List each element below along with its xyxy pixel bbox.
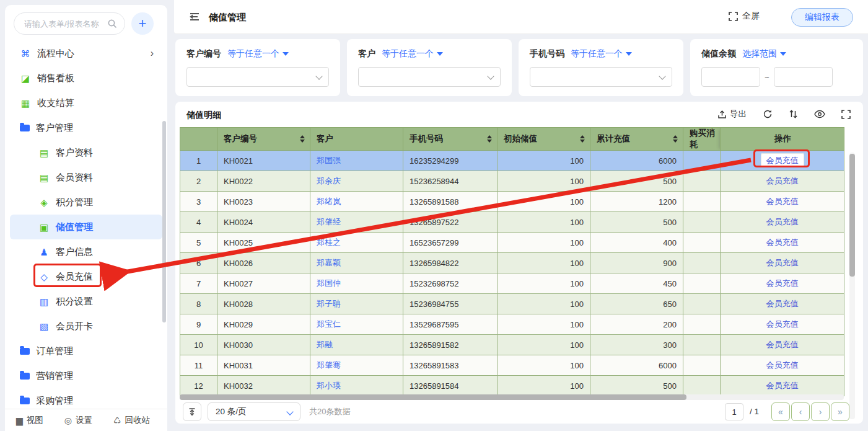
customer-name-link[interactable]: 郑桂之: [317, 238, 341, 247]
column-header-1[interactable]: 客户编号: [217, 128, 310, 151]
customer-name-link[interactable]: 郑国强: [317, 156, 341, 165]
table-row-6[interactable]: 6KH0026郑嘉颖13265984822100900会员充值: [180, 253, 844, 273]
member-recharge-action[interactable]: 会员充值: [766, 217, 799, 226]
sidebar-item-settlement[interactable]: ▦收支结算: [5, 91, 167, 115]
stored-balance-filter-min-input[interactable]: [701, 67, 760, 87]
sidebar-item-member-recharge[interactable]: ◇会员充值: [5, 264, 167, 289]
customer-name-link[interactable]: 郑宝仁: [317, 319, 341, 329]
last-page-button[interactable]: »: [831, 402, 849, 421]
table-vertical-scrollbar[interactable]: [849, 153, 855, 419]
table-horizontal-scrollbar[interactable]: [180, 394, 844, 400]
member-recharge-action[interactable]: 会员充值: [766, 238, 799, 247]
member-recharge-action[interactable]: 会员充值: [766, 340, 799, 349]
sidebar-item-member-file[interactable]: ▤会员资料: [5, 165, 167, 190]
stored-balance-filter-max-input[interactable]: [774, 67, 833, 87]
column-header-5[interactable]: 累计充值: [590, 128, 683, 151]
sidebar-item-points-mgmt[interactable]: ◈积分管理: [5, 190, 167, 215]
member-recharge-action[interactable]: 会员充值: [766, 258, 799, 267]
sort-icon[interactable]: [789, 109, 798, 119]
refresh-icon[interactable]: [763, 109, 773, 119]
sidebar-item-member-card-open[interactable]: ▧会员开卡: [5, 314, 167, 339]
customer-name-link[interactable]: 郑子聃: [317, 299, 341, 308]
export-button[interactable]: 导出: [717, 109, 747, 120]
sidebar-item-order-mgmt[interactable]: 订单管理: [5, 339, 167, 363]
export-label: 导出: [730, 109, 747, 120]
sort-toggle-icon[interactable]: [300, 135, 305, 143]
customer-name-link[interactable]: 郑肇经: [317, 217, 341, 226]
page-size-select[interactable]: 20 条/页: [208, 402, 300, 421]
customer-name-link[interactable]: 郑嘉颖: [317, 258, 341, 267]
table-row-2[interactable]: 2KH0022郑余庆15236258944100500会员充值: [180, 171, 844, 192]
footer-item-settings[interactable]: ◎设置: [64, 415, 92, 426]
table-row-10[interactable]: 10KH0030郑融13265891582100300会员充值: [180, 335, 844, 355]
prev-page-button[interactable]: ‹: [791, 402, 810, 421]
column-header-3[interactable]: 手机号码: [403, 128, 498, 151]
customer-name-link[interactable]: 郑肇骞: [317, 360, 341, 370]
sidebar-item-customer-mgmt[interactable]: 客户管理: [5, 115, 167, 140]
sidebar-item-points-settings[interactable]: ▥积分设置: [5, 289, 167, 314]
table-row-8[interactable]: 8KH0028郑子聃15236984755100650会员充值: [180, 294, 844, 314]
chevron-down-icon: [286, 408, 293, 415]
table-row-7[interactable]: 7KH0027郑国仲15232698752100450会员充值: [180, 273, 844, 294]
first-page-button[interactable]: «: [771, 402, 790, 421]
footer-item-views[interactable]: ▆视图: [16, 415, 43, 426]
sort-toggle-icon[interactable]: [487, 135, 492, 143]
phone-cell: 13265891582: [403, 335, 498, 355]
add-form-button[interactable]: +: [131, 12, 154, 35]
filter-operator-label: 选择范围: [742, 48, 777, 60]
customer-filter-select[interactable]: [358, 67, 501, 87]
table-row-9[interactable]: 9KH0029郑宝仁13529687595100200会员充值: [180, 314, 844, 335]
column-header-4[interactable]: 初始储值: [498, 128, 590, 151]
next-page-button[interactable]: ›: [811, 402, 830, 421]
member-recharge-action-row-1[interactable]: 会员充值: [761, 153, 804, 167]
filter-operator-dropdown[interactable]: 等于任意一个: [571, 48, 632, 60]
table-row-12[interactable]: 12KH0032郑小瑛13265891584100500会员充值: [180, 376, 844, 396]
table-row-1[interactable]: 1KH0021郑国强162352942991006000会员充值: [180, 151, 844, 171]
sidebar-scrollbar[interactable]: [162, 121, 166, 322]
sort-toggle-icon[interactable]: [673, 135, 678, 143]
export-icon: [717, 110, 727, 119]
member-recharge-action[interactable]: 会员充值: [766, 176, 799, 185]
customer-name-link[interactable]: 郑小瑛: [317, 381, 341, 390]
sidebar-item-marketing-mgmt[interactable]: 营销管理: [5, 363, 167, 388]
table-row-5[interactable]: 5KH0025郑桂之16523657299100400会员充值: [180, 233, 844, 253]
sidebar-item-flow-center[interactable]: ⌘流程中心›: [5, 41, 167, 66]
member-recharge-action[interactable]: 会员充值: [766, 319, 799, 329]
member-recharge-action[interactable]: 会员充值: [766, 381, 799, 390]
customer-code-filter-select[interactable]: [186, 67, 329, 87]
sidebar-footer: ▆视图◎设置♺回收站: [5, 409, 167, 431]
customer-name-link[interactable]: 郑国仲: [317, 278, 341, 288]
fullscreen-button[interactable]: 全屏: [729, 11, 760, 22]
table-row-11[interactable]: 11KH0031郑肇骞132658915831006000会员充值: [180, 355, 844, 376]
current-page-input[interactable]: [725, 403, 743, 420]
filter-operator-dropdown[interactable]: 等于任意一个: [382, 48, 443, 60]
footer-item-recycle-bin[interactable]: ♺回收站: [113, 415, 150, 426]
purchase-consume-cell: [683, 376, 721, 396]
row-index-cell: 12: [180, 376, 217, 396]
customer-name-link[interactable]: 郑余庆: [317, 176, 341, 185]
edit-report-button[interactable]: 编辑报表: [791, 8, 853, 27]
purchase-consume-cell: [683, 273, 721, 294]
customer-name-link[interactable]: 郑绪岚: [317, 197, 341, 206]
back-to-top-button[interactable]: [183, 402, 201, 421]
phone-filter-select[interactable]: [530, 67, 672, 87]
visibility-icon[interactable]: [814, 110, 825, 118]
sidebar-item-customer-info[interactable]: ♟客户信息: [5, 239, 167, 264]
table-row-4[interactable]: 4KH0024郑肇经13265897522100500会员充值: [180, 212, 844, 233]
member-recharge-action[interactable]: 会员充值: [766, 278, 799, 288]
expand-table-icon[interactable]: [841, 110, 851, 119]
collapse-menu-icon[interactable]: [189, 12, 200, 22]
sort-toggle-icon[interactable]: [580, 135, 585, 143]
filter-operator-dropdown[interactable]: 选择范围: [742, 48, 786, 60]
sidebar-item-stored-value-mgmt[interactable]: ▣储值管理: [10, 215, 162, 239]
member-recharge-action[interactable]: 会员充值: [766, 197, 799, 206]
member-recharge-action[interactable]: 会员充值: [766, 360, 799, 370]
sidebar-item-customer-file[interactable]: ▤客户资料: [5, 140, 167, 165]
form-search-box[interactable]: [14, 12, 125, 35]
table-row-3[interactable]: 3KH0023郑绪岚132658915881001200会员充值: [180, 192, 844, 212]
filter-operator-dropdown[interactable]: 等于任意一个: [227, 48, 289, 60]
customer-code-cell: KH0021: [217, 151, 310, 171]
member-recharge-action[interactable]: 会员充值: [766, 299, 799, 308]
sidebar-item-sales-board[interactable]: ◪销售看板: [5, 66, 167, 91]
customer-name-link[interactable]: 郑融: [317, 340, 333, 349]
